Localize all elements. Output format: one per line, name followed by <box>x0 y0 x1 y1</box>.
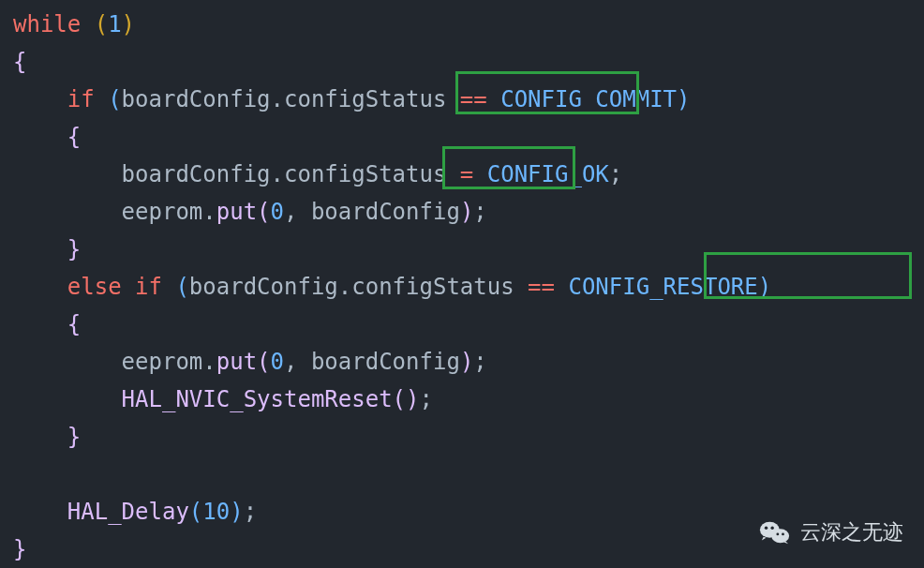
op-assign: = <box>460 161 473 187</box>
paren-close: ) <box>460 199 473 225</box>
paren-open: ( <box>189 499 202 525</box>
literal-10: 10 <box>202 499 230 525</box>
keyword-else: else <box>67 274 122 300</box>
paren-close: ) <box>758 274 771 300</box>
brace-open: { <box>67 311 81 337</box>
identifier-eeprom: eeprom <box>122 199 203 225</box>
keyword-if: if <box>135 274 162 300</box>
identifier-boardconfig: boardConfig <box>311 349 460 375</box>
identifier-boardconfig: boardConfig <box>311 199 460 225</box>
brace-close: } <box>67 424 81 450</box>
op-eq: == <box>460 86 487 112</box>
paren-open: ( <box>257 349 270 375</box>
identifier-boardconfig: boardConfig <box>122 161 271 187</box>
identifier-boardconfig: boardConfig <box>189 274 338 300</box>
paren-close: ) <box>406 386 419 412</box>
watermark: 云深之无迹 <box>759 514 903 551</box>
identifier-boardconfig: boardConfig <box>122 86 271 112</box>
paren-close: ) <box>677 86 690 112</box>
const-config-ok: CONFIG_OK <box>487 161 609 187</box>
paren-open: ( <box>175 274 188 300</box>
code-block: while (1) { if (boardConfig.configStatus… <box>0 0 924 568</box>
identifier-configstatus: configStatus <box>284 86 446 112</box>
paren-open: ( <box>393 386 406 412</box>
paren-close: ) <box>122 11 135 37</box>
brace-close: } <box>67 236 81 262</box>
paren-open: ( <box>95 11 108 37</box>
identifier-eeprom: eeprom <box>122 349 203 375</box>
const-config-commit: CONFIG_COMMIT <box>500 86 677 112</box>
svg-point-5 <box>782 532 784 535</box>
brace-open: { <box>67 124 81 150</box>
literal-0: 0 <box>271 199 284 225</box>
svg-point-2 <box>765 527 768 530</box>
svg-point-4 <box>776 532 779 535</box>
const-config-restore: CONFIG_RESTORE <box>568 274 757 300</box>
paren-close: ) <box>460 349 473 375</box>
keyword-while: while <box>13 11 81 37</box>
paren-close: ) <box>230 499 243 525</box>
keyword-if: if <box>67 86 95 112</box>
func-put: put <box>216 199 257 225</box>
svg-point-1 <box>771 529 789 543</box>
literal-1: 1 <box>108 11 121 37</box>
identifier-configstatus: configStatus <box>351 274 514 300</box>
wechat-icon <box>759 516 791 548</box>
literal-0: 0 <box>271 349 284 375</box>
brace-open: { <box>13 49 26 75</box>
func-put: put <box>216 349 257 375</box>
brace-close: } <box>13 536 26 562</box>
watermark-text: 云深之无迹 <box>800 514 903 551</box>
func-hal-delay: HAL_Delay <box>67 499 189 525</box>
op-eq: == <box>528 274 555 300</box>
paren-open: ( <box>257 199 270 225</box>
paren-open: ( <box>108 86 121 112</box>
svg-point-3 <box>770 527 773 530</box>
func-hal-nvic-systemreset: HAL_NVIC_SystemReset <box>122 386 393 412</box>
identifier-configstatus: configStatus <box>284 161 446 187</box>
